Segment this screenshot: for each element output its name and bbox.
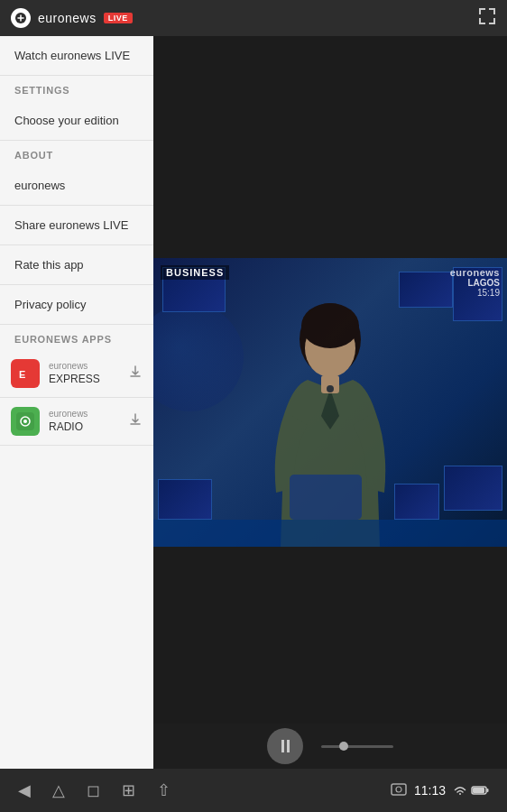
watermark-logo-text: euronews — [450, 267, 500, 278]
fullscreen-button[interactable] — [478, 7, 496, 30]
choose-edition-item[interactable]: Choose your edition — [0, 101, 153, 141]
svg-rect-15 — [487, 789, 489, 792]
settings-section-label: SETTINGS — [0, 76, 153, 101]
pause-button[interactable] — [267, 728, 303, 764]
progress-track[interactable] — [321, 745, 393, 748]
wifi-icon — [453, 785, 467, 796]
download-icon — [128, 364, 143, 379]
pause-icon — [281, 740, 290, 752]
express-name: EXPRESS — [49, 372, 119, 387]
share-item[interactable]: Share euronews LIVE — [0, 206, 153, 245]
logo-circle — [11, 8, 31, 28]
up-button[interactable]: ⇧ — [157, 780, 171, 800]
radio-app-info: euronews RADIO — [49, 409, 119, 435]
signal-icons — [453, 785, 489, 796]
svg-rect-12 — [392, 784, 406, 795]
svg-text:E: E — [19, 369, 25, 380]
video-area[interactable]: BUSINESS euronews LAGOS 15:19 — [153, 36, 507, 769]
video-ticker — [153, 520, 507, 547]
express-download-icon[interactable] — [128, 364, 143, 383]
home-button[interactable]: △ — [52, 780, 65, 800]
express-app-item[interactable]: E euronews EXPRESS — [0, 350, 153, 398]
nav-right: 11:13 — [391, 781, 489, 800]
rate-app-item[interactable]: Rate this app — [0, 245, 153, 285]
lagos-time-text: 15:19 — [450, 288, 500, 298]
video-frame[interactable]: BUSINESS euronews LAGOS 15:19 — [153, 258, 507, 547]
euronews-apps-section-label: EURONEWS APPS — [0, 325, 153, 350]
pause-bar-right — [287, 740, 290, 752]
top-bar: euronews LIVE — [0, 0, 507, 36]
business-ticker: BUSINESS — [161, 265, 229, 280]
screenshot-svg-icon — [391, 783, 407, 796]
download-icon-2 — [128, 412, 143, 427]
bg-screen-2 — [399, 272, 453, 308]
presenter-figure — [258, 285, 402, 547]
top-bar-left: euronews LIVE — [11, 8, 133, 28]
recent-apps-button[interactable]: ◻ — [87, 780, 100, 800]
svg-point-11 — [327, 385, 334, 392]
battery-icon — [471, 785, 489, 796]
svg-point-13 — [396, 787, 401, 792]
qr-button[interactable]: ⊞ — [122, 780, 135, 800]
radio-app-icon — [11, 407, 40, 436]
lagos-city-text: LAGOS — [450, 278, 500, 288]
screenshot-icon — [391, 781, 407, 800]
bg-screen-5 — [444, 466, 502, 511]
svg-point-5 — [23, 420, 27, 423]
pause-bar-left — [281, 740, 284, 752]
radio-download-icon[interactable] — [128, 412, 143, 430]
radio-icon — [16, 412, 34, 430]
fullscreen-icon — [478, 7, 496, 25]
back-button[interactable]: ◀ — [18, 780, 31, 800]
bg-screen-4 — [158, 479, 212, 520]
live-badge: LIVE — [104, 13, 133, 23]
bottom-nav: ◀ △ ◻ ⊞ ⇧ 11:13 — [0, 769, 507, 812]
radio-brand: euronews — [49, 409, 119, 420]
radio-name: RADIO — [49, 420, 119, 435]
radio-app-item[interactable]: euronews RADIO — [0, 398, 153, 446]
express-icon: E — [16, 364, 34, 383]
express-app-icon: E — [11, 359, 40, 388]
euronews-item[interactable]: euronews — [0, 166, 153, 206]
express-brand: euronews — [49, 361, 119, 372]
express-app-info: euronews EXPRESS — [49, 361, 119, 387]
svg-rect-10 — [290, 475, 362, 520]
logo-text: euronews — [38, 11, 97, 25]
progress-dot — [339, 742, 348, 751]
watch-live-item[interactable]: Watch euronews LIVE — [0, 36, 153, 76]
privacy-policy-item[interactable]: Privacy policy — [0, 285, 153, 325]
video-dark-top — [153, 36, 507, 258]
about-section-label: ABOUT — [0, 141, 153, 166]
euronews-logo-icon — [14, 12, 27, 24]
playback-bar — [153, 724, 507, 769]
nav-icons-left: ◀ △ ◻ ⊞ ⇧ — [18, 780, 171, 800]
location-watermark: euronews LAGOS 15:19 — [450, 267, 500, 298]
svg-point-8 — [301, 303, 359, 348]
time-display: 11:13 — [414, 783, 446, 798]
svg-rect-16 — [473, 788, 484, 793]
sidebar: Watch euronews LIVE SETTINGS Choose your… — [0, 36, 153, 769]
